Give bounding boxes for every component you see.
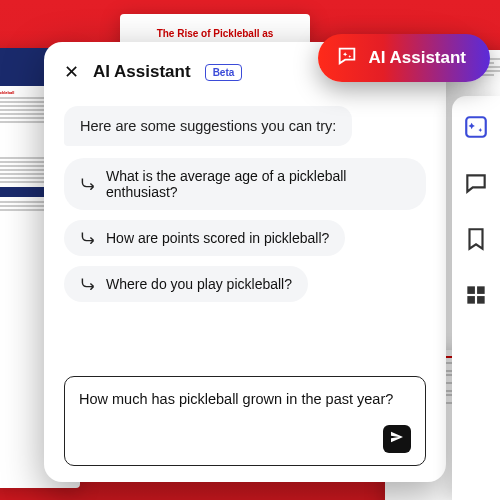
suggestion-text: How are points scored in pickleball? <box>106 230 329 246</box>
reply-arrow-icon <box>80 231 96 245</box>
beta-badge: Beta <box>205 64 243 81</box>
svg-rect-1 <box>467 286 475 294</box>
rail-thumbnails-icon[interactable] <box>463 282 489 308</box>
suggestion-item[interactable]: Where do you play pickleball? <box>64 266 308 302</box>
svg-rect-0 <box>466 117 486 137</box>
send-button[interactable] <box>383 425 411 453</box>
reply-arrow-icon <box>80 277 96 291</box>
rail-ai-assistant-icon[interactable] <box>463 114 489 140</box>
ai-assistant-pill-button[interactable]: AI Assistant <box>318 34 490 82</box>
close-icon[interactable]: ✕ <box>64 63 79 81</box>
intro-message: Here are some suggestions you can try: <box>64 106 352 146</box>
prompt-input-box[interactable] <box>64 376 426 466</box>
suggestion-item[interactable]: What is the average age of a pickleball … <box>64 158 426 210</box>
pill-label: AI Assistant <box>368 48 466 68</box>
prompt-input[interactable] <box>79 391 411 407</box>
suggestion-text: Where do you play pickleball? <box>106 276 292 292</box>
svg-rect-3 <box>467 296 475 304</box>
right-tool-rail <box>452 96 500 500</box>
ai-assistant-panel: ✕ AI Assistant Beta Here are some sugges… <box>44 42 446 482</box>
svg-rect-2 <box>477 286 485 294</box>
sparkle-chat-icon <box>336 45 358 72</box>
rail-comments-icon[interactable] <box>463 170 489 196</box>
suggestion-item[interactable]: How are points scored in pickleball? <box>64 220 345 256</box>
doc-title: The Rise of Pickleball as <box>126 28 304 39</box>
rail-bookmark-icon[interactable] <box>463 226 489 252</box>
panel-title: AI Assistant <box>93 62 191 82</box>
reply-arrow-icon <box>80 177 96 191</box>
send-icon <box>389 429 405 449</box>
suggestion-text: What is the average age of a pickleball … <box>106 168 410 200</box>
svg-rect-4 <box>477 296 485 304</box>
